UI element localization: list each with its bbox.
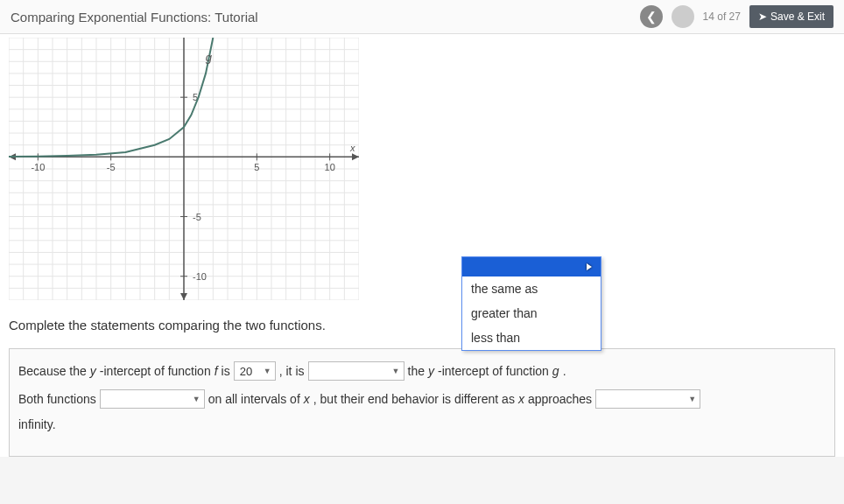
text: is: [222, 364, 230, 378]
text: the: [408, 364, 425, 378]
prompt-text: Complete the statements comparing the tw…: [9, 318, 835, 332]
text: -intercept of function: [100, 364, 211, 378]
graph-container: -10-5510-10-55xg: [9, 34, 835, 311]
header-right: ❮ 14 of 27 ➤ Save & Exit: [640, 5, 833, 28]
exit-icon: ➤: [758, 10, 767, 23]
svg-text:10: 10: [325, 162, 335, 172]
var-y: y: [428, 364, 434, 378]
text: on all intervals of: [208, 392, 300, 406]
svg-text:x: x: [349, 143, 355, 153]
var-f: f: [215, 364, 218, 378]
text: , it is: [279, 364, 305, 378]
svg-text:-5: -5: [193, 212, 201, 222]
var-x: x: [304, 392, 310, 406]
svg-text:5: 5: [254, 162, 259, 172]
avatar: [672, 5, 694, 28]
chevron-left-icon: ❮: [646, 10, 657, 24]
cursor-icon: [587, 263, 592, 270]
text: approaches: [528, 392, 592, 406]
svg-text:g: g: [206, 51, 213, 64]
save-exit-label: Save & Exit: [770, 10, 825, 23]
statement-line-1: Because the y -intercept of function f i…: [18, 361, 826, 381]
svg-marker-50: [352, 153, 359, 160]
var-y: y: [90, 364, 96, 378]
var-x: x: [518, 392, 524, 406]
svg-text:-10: -10: [193, 271, 207, 282]
dropdown-option-same[interactable]: the same as: [462, 276, 601, 301]
select-behavior[interactable]: [100, 389, 205, 409]
statement-line-2b: infinity.: [18, 417, 826, 431]
header-bar: Comparing Exponential Functions: Tutoria…: [0, 0, 844, 34]
select-yintercept-value[interactable]: 20: [234, 361, 276, 381]
dropdown-header: [462, 257, 601, 276]
text: Because the: [18, 364, 87, 378]
text: -intercept of function: [438, 364, 549, 378]
dropdown-option-less[interactable]: less than: [462, 326, 601, 350]
svg-text:-10: -10: [31, 162, 45, 172]
svg-text:-5: -5: [107, 162, 116, 172]
text: infinity.: [18, 417, 56, 431]
page-title: Comparing Exponential Functions: Tutoria…: [11, 10, 258, 24]
svg-marker-52: [180, 293, 187, 300]
select-comparison[interactable]: [308, 361, 404, 381]
var-g: g: [552, 364, 559, 378]
progress-text: 14 of 27: [703, 10, 741, 23]
text: , but their end behavior is different as: [313, 392, 515, 406]
function-graph: -10-5510-10-55xg: [9, 38, 359, 300]
content-area: -10-5510-10-55xg Complete the statements…: [0, 34, 844, 457]
dropdown-option-greater[interactable]: greater than: [462, 301, 601, 326]
statement-line-2: Both functions on all intervals of x , b…: [18, 389, 826, 409]
answer-box: the same as greater than less than Becau…: [9, 348, 835, 457]
text: .: [563, 364, 566, 378]
dropdown-menu[interactable]: the same as greater than less than: [461, 256, 601, 351]
text: Both functions: [18, 392, 96, 406]
select-infinity-direction[interactable]: [595, 389, 700, 409]
save-exit-button[interactable]: ➤ Save & Exit: [749, 5, 833, 28]
back-button[interactable]: ❮: [640, 5, 663, 28]
